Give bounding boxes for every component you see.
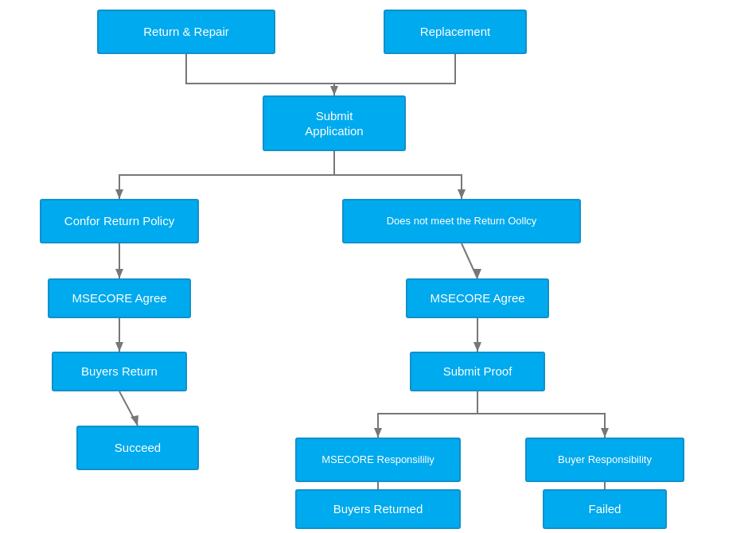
svg-marker-2 xyxy=(458,189,466,199)
svg-line-11 xyxy=(119,391,138,426)
node-submit-proof: Submit Proof xyxy=(410,352,545,391)
node-buyer-responsibility: Buyer Responsibility xyxy=(525,438,684,482)
node-buyers-return: Buyers Return xyxy=(52,352,187,391)
svg-marker-12 xyxy=(131,415,138,426)
node-submit-application: SubmitApplication xyxy=(263,95,406,151)
node-confor-return-policy: Confor Return Policy xyxy=(40,199,199,243)
node-failed: Failed xyxy=(543,489,667,529)
flowchart-diagram: Return & Repair Replacement SubmitApplic… xyxy=(0,0,756,533)
svg-marker-1 xyxy=(115,189,123,199)
node-msecore-agree-right: MSECORE Agree xyxy=(406,278,549,318)
svg-marker-14 xyxy=(601,428,609,438)
node-does-not-meet: Does not meet the Return Oollcy xyxy=(342,199,581,243)
node-msecore-responsibility: MSECORE Responsililiy xyxy=(295,438,461,482)
node-return-repair: Return & Repair xyxy=(97,10,275,54)
svg-marker-13 xyxy=(374,428,382,438)
svg-marker-8 xyxy=(115,342,123,352)
node-buyers-returned: Buyers Returned xyxy=(295,489,461,529)
svg-line-5 xyxy=(462,243,477,278)
node-succeed: Succeed xyxy=(76,426,199,470)
svg-marker-0 xyxy=(330,86,338,95)
svg-marker-10 xyxy=(473,342,481,352)
node-msecore-agree-left: MSECORE Agree xyxy=(48,278,191,318)
svg-marker-6 xyxy=(473,269,481,278)
svg-marker-4 xyxy=(115,269,123,278)
node-replacement: Replacement xyxy=(384,10,527,54)
